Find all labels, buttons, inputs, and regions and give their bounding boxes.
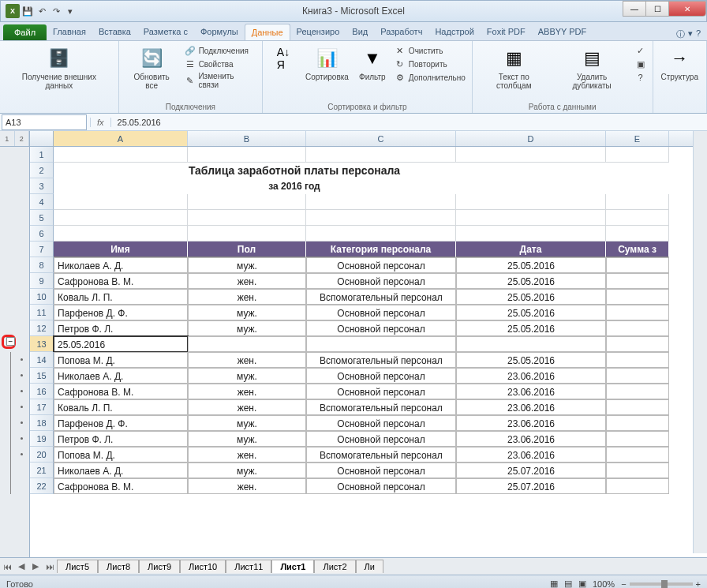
cell[interactable]: Коваль Л. П. bbox=[54, 289, 188, 305]
cell[interactable]: Дата bbox=[456, 242, 606, 257]
sheet-tab[interactable]: Ли bbox=[356, 560, 383, 573]
row-header[interactable]: 12 bbox=[30, 320, 54, 336]
what-if-button[interactable]: ? bbox=[634, 71, 648, 84]
cell[interactable]: муж. bbox=[188, 305, 306, 320]
cell[interactable] bbox=[54, 226, 188, 242]
row-header[interactable]: 18 bbox=[30, 415, 54, 431]
sheet-tab[interactable]: Лист10 bbox=[180, 560, 226, 573]
cell[interactable] bbox=[456, 194, 606, 210]
fx-icon[interactable]: fx bbox=[90, 118, 111, 127]
cell[interactable] bbox=[606, 336, 669, 352]
minimize-ribbon-icon[interactable]: ▾ bbox=[688, 28, 693, 40]
select-all-corner[interactable] bbox=[30, 131, 54, 146]
qat-more-icon[interactable]: ▾ bbox=[64, 5, 77, 17]
cell[interactable]: Вспомогательный персонал bbox=[306, 447, 456, 463]
row-header[interactable]: 14 bbox=[30, 352, 54, 368]
cell[interactable]: Основной персонал bbox=[306, 384, 456, 399]
outline-level-1[interactable]: 1 bbox=[0, 131, 15, 146]
cell[interactable]: Попова М. Д. bbox=[54, 352, 188, 368]
zoom-slider[interactable]: − + bbox=[621, 579, 701, 589]
tab-nav-next[interactable]: ▶ bbox=[28, 561, 43, 571]
remove-duplicates-button[interactable]: ▤ Удалить дубликаты bbox=[554, 44, 630, 92]
cell[interactable]: муж. bbox=[188, 463, 306, 478]
cell[interactable]: Имя bbox=[54, 242, 188, 257]
cell[interactable]: Основной персонал bbox=[306, 431, 456, 447]
cell[interactable] bbox=[306, 336, 456, 352]
cell[interactable]: муж. bbox=[188, 431, 306, 447]
cell[interactable]: жен. bbox=[188, 399, 306, 415]
row-header[interactable]: 11 bbox=[30, 305, 54, 320]
col-header-a[interactable]: A bbox=[54, 131, 188, 146]
cell[interactable]: Основной персонал bbox=[306, 273, 456, 289]
cell[interactable] bbox=[606, 147, 669, 163]
view-layout-icon[interactable]: ▤ bbox=[564, 579, 572, 588]
sheet-tab[interactable]: Лист11 bbox=[226, 560, 271, 573]
cell[interactable]: Таблица заработной платы персонала bbox=[54, 163, 535, 178]
workbook-help-icon[interactable]: ? bbox=[696, 28, 701, 40]
view-normal-icon[interactable]: ▦ bbox=[550, 579, 558, 588]
cell[interactable]: жен. bbox=[188, 478, 306, 494]
cell[interactable]: жен. bbox=[188, 273, 306, 289]
reapply-button[interactable]: ↻Повторить bbox=[393, 58, 467, 70]
cell[interactable]: Вспомогательный персонал bbox=[306, 352, 456, 368]
zoom-in-icon[interactable]: + bbox=[696, 579, 701, 589]
col-header-c[interactable]: C bbox=[306, 131, 456, 146]
close-button[interactable]: ✕ bbox=[668, 1, 706, 17]
cell[interactable] bbox=[306, 226, 456, 242]
cell[interactable] bbox=[606, 368, 669, 384]
cell[interactable] bbox=[606, 305, 669, 320]
filter-button[interactable]: ▼ Фильтр bbox=[355, 44, 390, 83]
file-tab[interactable]: Файл bbox=[3, 24, 47, 40]
ribbon-tab[interactable]: Разметка с bbox=[137, 24, 194, 40]
sheet-tab[interactable]: Лист1 bbox=[271, 560, 314, 573]
row-header[interactable]: 22 bbox=[30, 478, 54, 494]
sort-button[interactable]: 📊 Сортировка bbox=[302, 44, 352, 83]
data-validation-button[interactable]: ✓ bbox=[634, 44, 648, 57]
row-header[interactable]: 1 bbox=[30, 147, 54, 163]
row-header[interactable]: 6 bbox=[30, 226, 54, 242]
cell[interactable] bbox=[306, 147, 456, 163]
cell[interactable] bbox=[456, 210, 606, 226]
cell[interactable]: Петров Ф. Л. bbox=[54, 431, 188, 447]
ribbon-tab[interactable]: Разработч bbox=[374, 24, 428, 40]
row-header[interactable]: 21 bbox=[30, 463, 54, 478]
cell[interactable] bbox=[606, 415, 669, 431]
cell[interactable] bbox=[188, 194, 306, 210]
cell[interactable]: Основной персонал bbox=[306, 415, 456, 431]
cell[interactable] bbox=[606, 352, 669, 368]
cell[interactable]: 25.05.2016 bbox=[456, 320, 606, 336]
sheet-tab[interactable]: Лист2 bbox=[314, 560, 355, 573]
tab-nav-prev[interactable]: ◀ bbox=[14, 561, 28, 571]
outline-collapse-button[interactable]: − bbox=[6, 337, 15, 346]
cell[interactable]: Сафронова В. М. bbox=[54, 273, 188, 289]
text-to-columns-button[interactable]: ▦ Текст по столбцам bbox=[477, 44, 551, 92]
sheet-tab[interactable]: Лист8 bbox=[98, 560, 139, 573]
cell[interactable]: Петров Ф. Л. bbox=[54, 320, 188, 336]
cell[interactable]: жен. bbox=[188, 384, 306, 399]
row-header[interactable]: 20 bbox=[30, 447, 54, 463]
name-box[interactable] bbox=[2, 114, 87, 130]
cell[interactable] bbox=[188, 336, 306, 352]
ribbon-tab[interactable]: Данные bbox=[245, 24, 290, 40]
cell[interactable]: 23.06.2016 bbox=[456, 447, 606, 463]
cell[interactable]: 23.06.2016 bbox=[456, 384, 606, 399]
cell[interactable] bbox=[188, 226, 306, 242]
cell[interactable]: Сумма з bbox=[606, 242, 669, 257]
cell[interactable]: Основной персонал bbox=[306, 463, 456, 478]
minimize-button[interactable]: — bbox=[623, 1, 646, 17]
cell[interactable] bbox=[535, 163, 598, 178]
cell[interactable] bbox=[54, 210, 188, 226]
cell[interactable]: Николаев А. Д. bbox=[54, 257, 188, 273]
cell[interactable] bbox=[54, 194, 188, 210]
cell[interactable] bbox=[606, 431, 669, 447]
cell[interactable] bbox=[188, 210, 306, 226]
row-header[interactable]: 16 bbox=[30, 384, 54, 399]
maximize-button[interactable]: ☐ bbox=[645, 1, 669, 17]
row-header[interactable]: 8 bbox=[30, 257, 54, 273]
cell[interactable]: Коваль Л. П. bbox=[54, 399, 188, 415]
ribbon-tab[interactable]: Вид bbox=[346, 24, 374, 40]
cell[interactable] bbox=[456, 336, 606, 352]
cell[interactable]: 25.05.2016 bbox=[456, 257, 606, 273]
cell[interactable] bbox=[606, 399, 669, 415]
cell[interactable] bbox=[606, 289, 669, 305]
